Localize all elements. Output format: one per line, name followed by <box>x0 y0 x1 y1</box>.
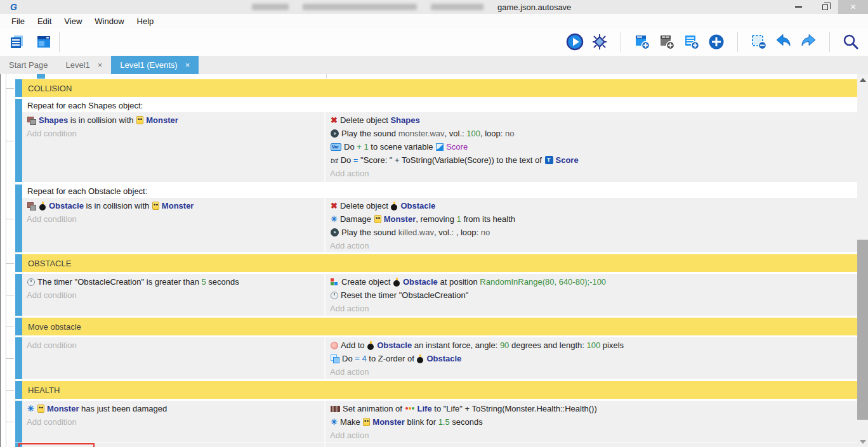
event-bar[interactable] <box>15 185 22 252</box>
red-x-icon <box>331 201 338 211</box>
condition-line[interactable]: Obstacle is in collision with Monster <box>22 199 324 212</box>
section-header-obstacle[interactable]: OBSTACLE <box>22 254 857 272</box>
action-line[interactable]: Do = 4 to Z-order of Obstacle <box>326 352 857 365</box>
add-condition-link[interactable]: Add condition <box>22 288 324 302</box>
add-action-link[interactable]: Add action <box>326 443 857 447</box>
action-line[interactable]: Create object Obstacle at position Rando… <box>326 275 857 288</box>
add-action-link[interactable]: Add action <box>326 167 857 180</box>
event-bar[interactable] <box>15 337 22 379</box>
add-condition-link[interactable]: Add condition <box>22 415 324 429</box>
remove-selection-icon[interactable] <box>749 32 768 51</box>
scene-editor-icon[interactable] <box>34 32 53 51</box>
event-bar[interactable] <box>15 401 22 443</box>
empty-event-row: Add condition Add action <box>1 443 857 447</box>
debug-icon[interactable] <box>590 32 609 51</box>
play-icon[interactable] <box>565 32 584 51</box>
text-segment: Delete object <box>340 201 391 211</box>
vertical-scrollbar[interactable] <box>857 74 868 447</box>
add-comment-icon[interactable] <box>682 32 701 51</box>
action-line[interactable]: Delete object Shapes <box>326 113 857 127</box>
actions-pane: Create object Obstacle at position Rando… <box>326 274 857 316</box>
search-icon[interactable] <box>841 32 860 51</box>
section-header-move-obstacle[interactable]: Move obstacle <box>22 318 857 335</box>
tab-level1[interactable]: Level1 × <box>56 56 111 74</box>
condition-line[interactable]: Monster has just been damaged <box>22 402 324 415</box>
text-segment: 1 <box>457 214 461 224</box>
project-manager-icon[interactable] <box>8 32 27 51</box>
add-action-link[interactable]: Add action <box>326 239 857 252</box>
action-line[interactable]: Delete object Obstacle <box>326 199 857 212</box>
event-bar[interactable] <box>15 99 22 182</box>
close-tab-icon[interactable]: × <box>185 60 190 70</box>
timer-icon <box>331 292 338 299</box>
monster-icon <box>152 202 159 210</box>
section-header-health[interactable]: HEALTH <box>22 381 857 399</box>
text-segment: degrees and length: <box>509 340 586 350</box>
conditions-pane: Monster has just been damaged Add condit… <box>22 401 326 443</box>
foreach-event-header[interactable]: Repeat for each Obstacle object: <box>22 185 857 198</box>
condition-line[interactable]: Shapes is in collision with Monster <box>22 113 324 127</box>
restore-button[interactable] <box>812 0 838 14</box>
event-bar[interactable] <box>15 254 22 272</box>
action-line[interactable]: Do + 1 to scene variable Score <box>326 140 857 153</box>
text-object-icon <box>545 156 553 164</box>
action-line[interactable]: Add to Obstacle an instant force, angle:… <box>326 339 857 352</box>
add-action-link[interactable]: Add action <box>326 302 857 315</box>
text-segment: has just been damaged <box>79 404 167 413</box>
menu-edit[interactable]: Edit <box>31 16 58 26</box>
event-bar[interactable] <box>15 381 22 399</box>
variable-icon <box>331 143 341 151</box>
foreach-event-header[interactable]: Repeat for each Shapes object: <box>22 99 857 112</box>
menu-help[interactable]: Help <box>131 16 161 26</box>
tab-level1-events[interactable]: Level1 (Events) × <box>111 56 199 74</box>
action-line[interactable]: Play the sound killed.wav, vol.: , loop:… <box>326 226 857 239</box>
text-segment: Shapes <box>390 115 419 125</box>
action-line[interactable]: Reset the timer "ObstacleCreation" <box>326 288 857 302</box>
action-line[interactable]: Play the sound monster.wav, vol.: 100, l… <box>326 127 857 140</box>
event-bar[interactable] <box>15 318 22 335</box>
action-line[interactable]: Set animation of Life to "Life" + ToStri… <box>326 402 857 415</box>
text-segment: no <box>505 129 514 138</box>
menu-window[interactable]: Window <box>88 16 130 26</box>
add-condition-link[interactable]: Add condition <box>22 212 324 226</box>
event-bar[interactable] <box>15 274 22 316</box>
text-segment: , vol.: , loop: <box>434 228 481 237</box>
add-condition-link[interactable]: Add condition <box>22 127 324 140</box>
text-segment: to scene variable <box>369 142 436 152</box>
monster-icon <box>37 405 44 413</box>
add-action-link[interactable]: Add action <box>326 429 857 442</box>
text-segment: blink for <box>405 417 438 427</box>
minimize-button[interactable] <box>785 0 812 14</box>
add-event-icon[interactable] <box>633 32 652 51</box>
event-bar[interactable] <box>15 79 22 97</box>
add-subevent-icon[interactable] <box>657 32 676 51</box>
text-segment: , loop: <box>480 129 505 138</box>
text-segment: Monster <box>372 417 405 427</box>
add-condition-link[interactable]: Add condition <box>22 339 324 352</box>
condition-line[interactable]: The timer "ObstacleCreation" is greater … <box>22 275 324 288</box>
scrollbar-thumb[interactable] <box>857 240 868 420</box>
text-segment: Set animation of <box>343 404 405 413</box>
undo-icon[interactable] <box>774 32 793 51</box>
menu-file[interactable]: File <box>5 16 31 26</box>
tab-start-page[interactable]: Start Page <box>0 56 56 74</box>
close-button[interactable]: ✕ <box>838 0 868 14</box>
scrollbar-down-icon[interactable] <box>860 440 866 444</box>
action-line[interactable]: Make Monster blink for 1.5 seconds <box>326 415 857 429</box>
redo-icon[interactable] <box>799 32 818 51</box>
text-segment: seconds <box>206 277 239 287</box>
action-line[interactable]: Damage Monster, removing 1 from its heal… <box>326 212 857 226</box>
menu-view[interactable]: View <box>58 16 88 26</box>
monster-icon <box>374 215 381 223</box>
conditions-pane: Add condition <box>22 337 326 379</box>
text-segment: is in collision with <box>68 115 136 125</box>
close-tab-icon[interactable]: × <box>98 60 103 70</box>
toolbar-separator <box>829 32 830 52</box>
text-segment: killed.wav <box>398 228 434 237</box>
section-header-collision[interactable]: COLLISION <box>22 79 857 97</box>
text-segment: Obstacle <box>377 340 412 350</box>
add-circle-icon[interactable] <box>707 32 726 51</box>
scrollbar-up-icon[interactable] <box>860 78 866 82</box>
add-action-link[interactable]: Add action <box>326 365 857 379</box>
action-line[interactable]: Do = "Score: " + ToString(Variable(Score… <box>326 153 857 167</box>
